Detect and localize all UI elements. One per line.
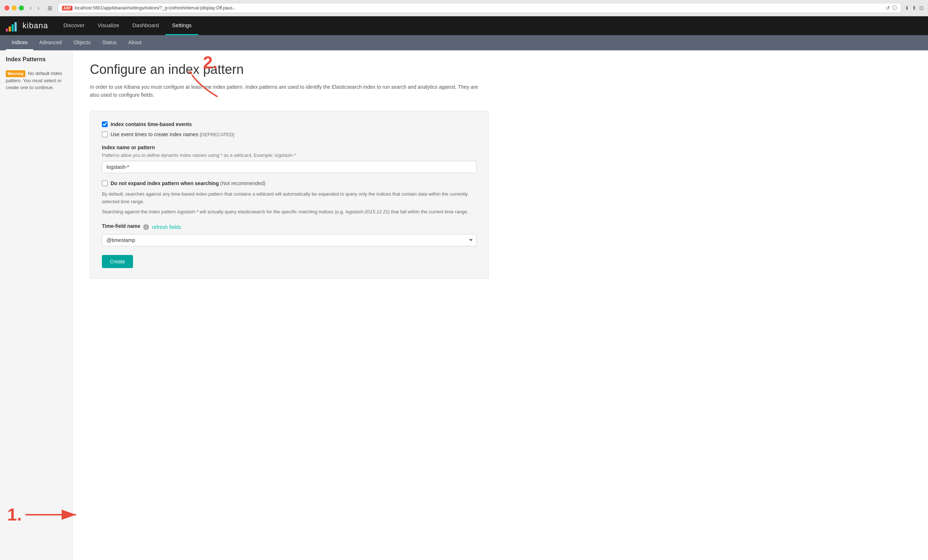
time-field-select[interactable]: @timestamp [102,234,477,246]
form-panel: Index contains time-based events Use eve… [90,111,488,278]
warning-badge: Warning [6,70,25,77]
back-button[interactable]: ‹ [27,4,34,12]
maximize-button[interactable] [19,5,24,11]
nav-settings[interactable]: Settings [165,16,198,35]
index-pattern-label: Index name or pattern [102,145,477,150]
sidebar: Index Patterns Warning No default index … [0,50,72,560]
page-refresh-button[interactable]: ↺ [885,5,890,11]
nav-discover[interactable]: Discover [57,16,91,35]
nav-visualize[interactable]: Visualize [91,16,126,35]
index-pattern-hint: Patterns allow you to define dynamic ind… [102,152,477,158]
subnav-objects[interactable]: Objects [68,35,96,50]
settings-subnav: Indices Advanced Objects Status About [0,35,928,50]
expand-row: Do not expand index pattern when searchi… [102,180,477,186]
url-text: localhost:5601/app/kibana#/settings/indi… [75,5,884,11]
time-events-label: Index contains time-based events [111,121,192,127]
subnav-about[interactable]: About [122,35,148,50]
sidebar-toggle-icon[interactable]: ⊡ [919,5,923,11]
time-field-group: Time-field name i refresh fields @timest… [102,223,477,246]
kibana-logo: kibana [6,20,48,32]
page-description: In order to use Kibana you must configur… [90,83,488,99]
app-bar: kibana Discover Visualize Dashboard Sett… [0,16,928,35]
download-icon[interactable]: ⬇ [905,5,909,11]
event-times-label: Use event times to create index names [D… [111,131,234,137]
expand-label: Do not expand index pattern when searchi… [111,180,266,186]
tab-overview-button[interactable]: ⊞ [45,4,54,12]
time-field-label: Time-field name [102,223,140,229]
create-button[interactable]: Create [102,255,133,268]
event-times-row: Use event times to create index names [D… [102,131,477,137]
content-area: Configure an index pattern In order to u… [72,50,928,560]
share-icon[interactable]: ⬆ [912,5,916,11]
time-events-checkbox[interactable] [102,121,108,127]
expand-checkbox[interactable] [102,180,108,186]
minimize-button[interactable] [12,5,17,11]
time-field-label-row: Time-field name i refresh fields [102,223,477,231]
app-nav: Discover Visualize Dashboard Settings [57,16,198,35]
subnav-indices[interactable]: Indices [6,35,34,50]
address-bar[interactable]: ABP localhost:5601/app/kibana#/settings/… [58,3,901,13]
page-title: Configure an index pattern [90,62,911,77]
page-info-button[interactable]: ⓘ [892,5,897,11]
nav-buttons: ‹ › [27,4,42,12]
browser-chrome: ‹ › ⊞ ABP localhost:5601/app/kibana#/set… [0,0,928,16]
browser-actions: ⬇ ⬆ ⊡ [905,5,923,11]
forward-button[interactable]: › [35,4,41,12]
abp-badge: ABP [62,6,72,11]
main-layout: Index Patterns Warning No default index … [0,50,928,560]
time-events-row: Index contains time-based events [102,121,477,127]
refresh-fields-link[interactable]: refresh fields [152,224,181,230]
deprecated-tag: [DEPRECATED] [200,132,234,137]
close-button[interactable] [5,5,9,11]
index-pattern-input[interactable] [102,161,477,173]
event-times-checkbox[interactable] [102,131,108,137]
subnav-status[interactable]: Status [96,35,122,50]
traffic-lights [5,5,24,11]
nav-dashboard[interactable]: Dashboard [126,16,165,35]
time-field-info-icon[interactable]: i [143,224,149,230]
subnav-advanced[interactable]: Advanced [34,35,67,50]
logo-bars [6,20,20,32]
expand-desc-2: Searching against the index pattern logs… [102,208,477,216]
expand-desc-1: By default, searches against any time-ba… [102,190,477,206]
kibana-wordmark: kibana [23,21,48,30]
index-pattern-group: Index name or pattern Patterns allow you… [102,145,477,173]
sidebar-warning: Warning No default index pattern. You mu… [0,67,72,94]
sidebar-title: Index Patterns [0,56,72,67]
